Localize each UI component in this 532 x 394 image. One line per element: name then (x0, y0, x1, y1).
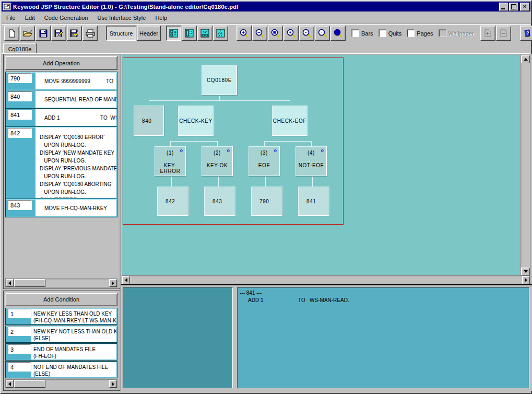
bars-checkbox-label: Bars (361, 30, 373, 37)
condition-text: NEW KEY NOT LESS THAN OLD KEY (ELSE) (31, 327, 116, 342)
header-toggle-button[interactable]: Header (137, 26, 161, 41)
maximize-button[interactable] (509, 3, 518, 11)
condition-number-field[interactable]: 1 (8, 309, 31, 318)
zoom-level-2-button[interactable] (283, 26, 299, 41)
operation-item-842[interactable]: 842 DISPLAY 'CQ0180 ERROR' UPON RUN-LOG.… (5, 126, 117, 199)
operation-item-841[interactable]: 841 ADD 1 TO WS-MA (5, 108, 117, 127)
scroll-left-button[interactable] (6, 279, 14, 287)
zoom-level-1-button[interactable] (268, 26, 283, 41)
save-icon (39, 29, 48, 38)
maximize-icon (511, 4, 516, 9)
zoom-level-4-button[interactable] (315, 26, 330, 41)
condition-detail-panel[interactable] (123, 287, 233, 388)
zoom-level-3-button[interactable] (299, 26, 314, 41)
scrollbar-thumb[interactable] (14, 279, 45, 287)
close-button[interactable]: × (520, 3, 529, 11)
operation-item-843[interactable]: 843 MOVE FH-CQ-MAN-RKEY TO (5, 199, 117, 217)
scroll-left-button[interactable] (6, 380, 14, 388)
generate-save-button[interactable] (67, 26, 82, 41)
pages-checkbox[interactable] (407, 29, 415, 37)
operation-number-field[interactable]: 841 (8, 110, 32, 120)
node-843[interactable]: 843 (204, 187, 235, 216)
menu-file[interactable]: File (2, 14, 20, 22)
arrow-left-icon (8, 281, 11, 285)
operation-number-field[interactable]: 840 (8, 91, 32, 101)
scroll-right-button[interactable] (109, 279, 117, 287)
save-edit-icon (54, 29, 63, 38)
operation-number-field[interactable]: 843 (8, 200, 32, 210)
node-not-eof[interactable]: (4) o NOT-EOF (295, 146, 327, 176)
node-cq0180e[interactable]: CQ0180E (202, 65, 237, 95)
view-layout-left-button[interactable] (182, 26, 197, 41)
condition-item-3[interactable]: 3 END OF MANDATES FILE (FH-EOF) (5, 343, 117, 361)
node-check-eof[interactable]: CHECK-EOF (272, 106, 308, 136)
view-layout-bottom-button[interactable] (197, 26, 212, 41)
open-file-button[interactable] (20, 26, 35, 41)
minimize-button[interactable] (499, 3, 509, 11)
scrollbar-thumb[interactable] (14, 380, 45, 388)
node-842[interactable]: 842 (157, 187, 188, 216)
node-eof[interactable]: (3) o EOF (249, 146, 280, 176)
toolbar: Structure Header (2, 24, 530, 43)
help-button[interactable]: ? (520, 26, 532, 41)
condition-number-field[interactable]: 3 (8, 344, 31, 354)
menu-use-interface-style[interactable]: Use Interface Style (92, 14, 150, 22)
print-button[interactable] (82, 26, 98, 41)
structure-toggle-button[interactable]: Structure (106, 26, 136, 41)
connector-line (290, 136, 290, 141)
zoom-in-button[interactable] (237, 26, 252, 41)
save-button[interactable] (36, 26, 51, 41)
operations-hscrollbar[interactable] (5, 279, 117, 287)
connector-line (170, 141, 218, 142)
operation-item-790[interactable]: 790 MOVE 9999999999 TO FH (5, 72, 117, 90)
operation-number-field[interactable]: 842 (8, 128, 32, 138)
add-condition-button[interactable]: Add Condition (5, 293, 117, 306)
save-as-button[interactable] (51, 26, 66, 41)
condition-number-field[interactable]: 2 (8, 327, 31, 336)
connector-line (196, 136, 196, 141)
node-key-error[interactable]: (1) o KEY-ERROR (155, 146, 186, 176)
canvas-hscrollbar[interactable] (122, 275, 530, 285)
quits-checkbox[interactable] (379, 29, 386, 37)
scroll-right-button[interactable] (109, 380, 117, 388)
condition-item-2[interactable]: 2 NEW KEY NOT LESS THAN OLD KEY (ELSE) (5, 326, 117, 343)
conditions-hscrollbar[interactable] (5, 379, 117, 388)
help-book-icon: ? (523, 29, 531, 38)
structure-canvas: CQ0180E 840 CHECK-KEY CHECK-EOF (1) o KE… (121, 54, 532, 285)
operation-text: DISPLAY 'CQ0180 ERROR' UPON RUN-LOG. DIS… (36, 128, 116, 198)
arrow-right-icon (112, 281, 114, 285)
menu-code-generation[interactable]: Code Generation (40, 14, 93, 22)
node-check-key[interactable]: CHECK-KEY (178, 106, 214, 136)
add-operation-button[interactable]: Add Operation (5, 56, 117, 70)
condition-item-1[interactable]: 1 NEW KEY LESS THAN OLD KEY (FH-CQ-MAN-R… (5, 308, 117, 325)
connector-line (311, 142, 312, 146)
bars-checkbox[interactable] (351, 29, 359, 37)
node-841[interactable]: 841 (298, 187, 329, 216)
condition-item-4[interactable]: 4 NOT END OF MANDATES FILE (ELSE) (5, 361, 117, 378)
condition-number-field[interactable]: 4 (8, 362, 31, 372)
operation-number-field[interactable]: 790 (8, 73, 32, 83)
diagram-viewport[interactable]: CQ0180E 840 CHECK-KEY CHECK-EOF (1) o KE… (122, 55, 520, 275)
scroll-left-button[interactable] (122, 276, 130, 284)
scroll-right-button[interactable] (522, 276, 530, 284)
arrow-left-icon (8, 382, 11, 386)
view-layout-diagram-button[interactable] (213, 26, 228, 41)
zoom-fill-button[interactable] (330, 26, 346, 41)
menu-edit[interactable]: Edit (20, 14, 40, 22)
tab-bar: Cq0180e (2, 42, 530, 54)
operation-item-840[interactable]: 840 SEQUENTIAL READ OF MANDAT (5, 90, 117, 109)
view-layout-full-button[interactable] (166, 26, 181, 41)
arrow-up-icon (524, 58, 528, 61)
minimize-icon (501, 8, 505, 9)
node-key-ok[interactable]: (2) o KEY-OK (202, 146, 233, 176)
add-page-button (480, 26, 495, 41)
node-840[interactable]: 840 (134, 106, 164, 136)
scroll-down-button[interactable] (521, 268, 530, 275)
zoom-out-button[interactable] (252, 26, 267, 41)
menu-help[interactable]: Help (150, 14, 172, 22)
new-file-button[interactable] (4, 26, 19, 41)
scroll-up-button[interactable] (521, 55, 530, 63)
node-790[interactable]: 790 (251, 187, 282, 216)
canvas-vscrollbar[interactable] (521, 55, 530, 276)
operation-detail-panel[interactable]: --- 841 --- ADD 1 TO WS-MAN-READ. (237, 287, 529, 388)
